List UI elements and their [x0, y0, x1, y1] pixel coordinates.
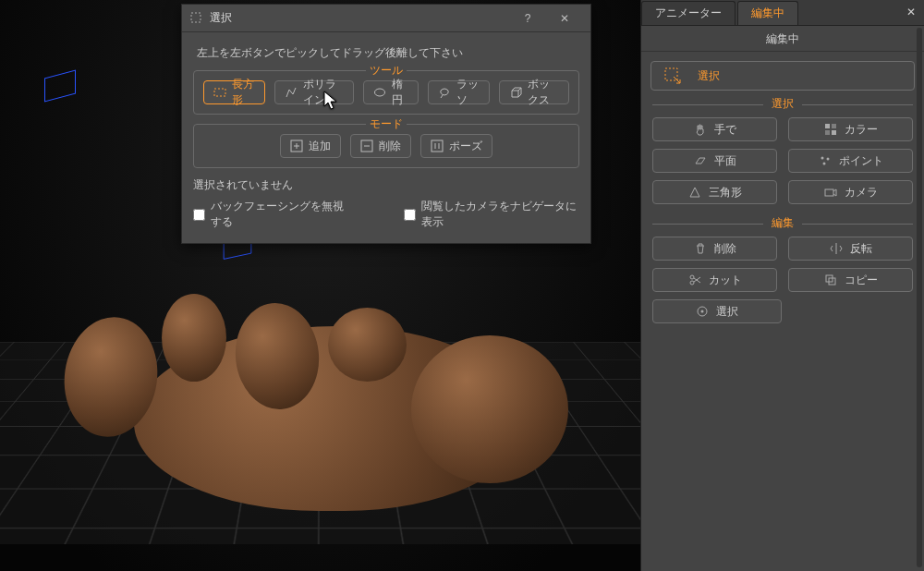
polyline-icon: [285, 86, 298, 99]
close-button[interactable]: ✕: [546, 5, 583, 32]
help-button[interactable]: ?: [509, 5, 546, 32]
select-by-hand-label: 手で: [714, 122, 736, 138]
box-icon: [509, 86, 522, 99]
edit-delete-label: 削除: [714, 241, 736, 257]
svg-point-13: [822, 163, 825, 165]
edit-select-button[interactable]: 選択: [652, 299, 782, 323]
camera-gizmo: [44, 69, 76, 102]
ignore-backfacing-label: バックフェーシングを無視する: [211, 199, 348, 230]
edit-copy-label: コピー: [845, 273, 878, 288]
points-icon: [819, 154, 832, 167]
minus-icon: [360, 140, 373, 152]
mode-remove-label: 削除: [379, 139, 401, 154]
edit-select-label: 選択: [716, 304, 738, 320]
tab-animator[interactable]: アニメーター: [641, 1, 736, 25]
select-plane-label: 平面: [714, 153, 736, 169]
tab-editing[interactable]: 編集中: [737, 1, 798, 25]
select-point-button[interactable]: ポイント: [788, 149, 913, 173]
svg-point-20: [701, 310, 704, 313]
mode-remove-button[interactable]: 削除: [350, 134, 411, 158]
select-by-color-button[interactable]: カラー: [788, 117, 913, 141]
svg-rect-14: [825, 189, 833, 196]
dialog-title: 選択: [210, 10, 509, 26]
dialog-hint: 左上を左ボタンでピックしてドラッグ後離して下さい: [197, 45, 579, 61]
svg-point-2: [374, 89, 384, 96]
panel-header: 編集中: [641, 26, 924, 52]
copy-icon: [824, 273, 837, 286]
select-point-label: ポイント: [839, 153, 883, 169]
target-icon: [696, 305, 709, 318]
trash-icon: [694, 242, 707, 255]
big-select-label: 選択: [698, 68, 720, 84]
tool-group: ツール 長方形 ポリライン 楕円 ラッソ: [193, 70, 579, 115]
select-dialog: 選択 ? ✕ 左上を左ボタンでピックしてドラッグ後離して下さい ツール 長方形 …: [181, 4, 591, 244]
tool-lasso-label: ラッソ: [456, 77, 480, 108]
select-by-color-label: カラー: [845, 122, 878, 138]
ellipse-icon: [373, 86, 386, 99]
select-icon: [189, 11, 204, 26]
tool-rect-button[interactable]: 長方形: [203, 80, 265, 104]
lasso-icon: [438, 86, 451, 99]
selection-status: 選択されていません: [193, 177, 579, 193]
tool-polyline-label: ポリライン: [303, 77, 344, 108]
triangle-icon: [688, 186, 701, 199]
right-panel: アニメーター 編集中 ✕ 編集中 選択 選択 手で カラー 平面 ポイント 三角…: [640, 0, 924, 571]
section-select-label: 選択: [641, 96, 924, 112]
ignore-backfacing-checkbox[interactable]: バックフェーシングを無視する: [193, 199, 348, 230]
flip-icon: [830, 242, 843, 255]
ignore-backfacing-input[interactable]: [193, 209, 205, 221]
panel-close-button[interactable]: ✕: [902, 3, 920, 21]
edit-cut-label: カット: [709, 273, 742, 288]
edit-copy-button[interactable]: コピー: [788, 268, 913, 292]
select-triangle-button[interactable]: 三角形: [652, 180, 777, 204]
section-edit-label: 編集: [641, 215, 924, 231]
select-camera-button[interactable]: カメラ: [788, 180, 913, 204]
dialog-titlebar[interactable]: 選択 ? ✕: [182, 5, 590, 32]
pause-icon: [431, 140, 444, 152]
svg-rect-10: [832, 130, 836, 135]
show-camera-navigator-checkbox[interactable]: 閲覧したカメラをナビゲータに表示: [404, 199, 579, 230]
color-grid-icon: [824, 123, 837, 136]
tool-lasso-button[interactable]: ラッソ: [428, 80, 490, 104]
svg-rect-8: [832, 124, 836, 128]
tool-group-label: ツール: [366, 63, 407, 79]
select-marquee-icon: [664, 67, 681, 84]
mode-pause-label: ポーズ: [449, 139, 482, 154]
mode-add-button[interactable]: 追加: [280, 134, 341, 158]
tool-polyline-button[interactable]: ポリライン: [274, 80, 354, 104]
big-select-button[interactable]: 選択: [650, 61, 915, 91]
select-triangle-label: 三角形: [709, 185, 742, 200]
mode-pause-button[interactable]: ポーズ: [420, 134, 492, 158]
edit-flip-label: 反転: [850, 241, 872, 257]
svg-rect-0: [191, 13, 201, 22]
svg-rect-1: [214, 89, 225, 96]
edit-flip-button[interactable]: 反転: [788, 237, 913, 261]
svg-point-15: [690, 275, 694, 279]
select-by-hand-button[interactable]: 手で: [652, 117, 777, 141]
edit-delete-button[interactable]: 削除: [652, 237, 777, 261]
tool-box-button[interactable]: ボックス: [499, 80, 569, 104]
svg-rect-5: [432, 140, 443, 152]
panel-tabs: アニメーター 編集中 ✕: [641, 0, 924, 26]
camera-icon: [824, 186, 837, 199]
mode-add-label: 追加: [309, 139, 331, 154]
edit-cut-button[interactable]: カット: [652, 268, 777, 292]
select-camera-label: カメラ: [845, 185, 878, 200]
plane-icon: [694, 154, 707, 167]
svg-point-12: [826, 158, 829, 161]
svg-rect-9: [825, 130, 830, 135]
plus-icon: [290, 140, 303, 152]
show-camera-navigator-label: 閲覧したカメラをナビゲータに表示: [421, 199, 579, 230]
hand-icon: [694, 123, 707, 136]
scissors-icon: [688, 273, 701, 286]
tool-ellipse-label: 楕円: [392, 77, 408, 108]
tool-box-label: ボックス: [528, 77, 559, 108]
tool-rect-label: 長方形: [232, 77, 255, 108]
svg-point-11: [821, 157, 823, 160]
scanned-model[interactable]: [14, 243, 596, 520]
svg-rect-7: [825, 124, 830, 128]
rectangle-icon: [213, 86, 226, 99]
tool-ellipse-button[interactable]: 楕円: [363, 80, 419, 104]
select-plane-button[interactable]: 平面: [652, 149, 777, 173]
show-camera-navigator-input[interactable]: [404, 209, 416, 221]
